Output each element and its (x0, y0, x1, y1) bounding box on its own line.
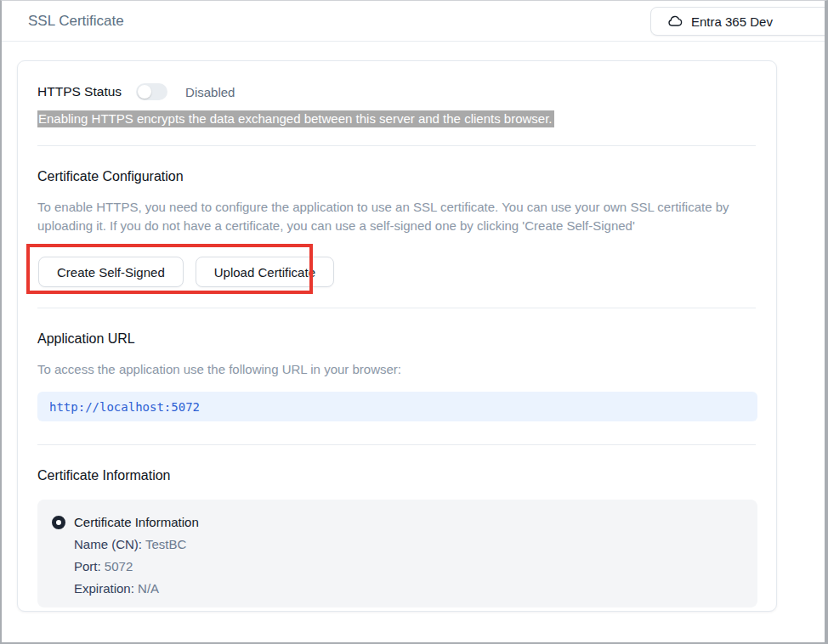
page-header: SSL Certificate Entra 365 Dev (2, 1, 825, 42)
certificate-fields: Name (CN): TestBC Port: 5072 Expiration:… (74, 537, 757, 596)
certificate-field-expiration-value: N/A (138, 581, 159, 596)
certificate-information-radio[interactable] (52, 516, 65, 529)
section-divider (37, 308, 756, 308)
certificate-field-name-value: TestBC (145, 537, 186, 551)
certificate-field-expiration-label: Expiration: (74, 581, 134, 596)
certificate-action-buttons: Create Self-Signed Upload Certificate (38, 257, 334, 287)
certificate-information-option-label: Certificate Information (74, 515, 199, 529)
certificate-information-card: Certificate Information Name (CN): TestB… (37, 500, 757, 607)
page-title: SSL Certificate (28, 13, 124, 30)
upload-certificate-button[interactable]: Upload Certificate (196, 257, 334, 287)
certificate-configuration-heading: Certificate Configuration (37, 169, 756, 184)
create-self-signed-button[interactable]: Create Self-Signed (38, 257, 184, 287)
https-status-row: HTTPS Status Disabled (37, 83, 756, 100)
application-url-value: http://localhost:5072 (37, 392, 757, 421)
https-status-state: Disabled (185, 85, 235, 99)
certificate-field-name: Name (CN): TestBC (74, 537, 757, 551)
certificate-information-heading: Certificate Information (37, 468, 756, 483)
ssl-settings-card: HTTPS Status Disabled Enabling HTTPS enc… (17, 60, 777, 612)
certificate-configuration-description: To enable HTTPS, you need to configure t… (37, 198, 756, 235)
certificate-field-name-label: Name (CN): (74, 537, 142, 551)
https-description-line: Enabling HTTPS encrypts the data exchang… (37, 111, 756, 127)
certificate-field-port-value: 5072 (105, 559, 133, 573)
https-status-label: HTTPS Status (37, 84, 122, 99)
application-url-text: http://localhost:5072 (49, 400, 200, 414)
environment-selector-button[interactable]: Entra 365 Dev (650, 7, 828, 36)
certificate-field-port-label: Port: (74, 559, 101, 573)
section-divider (37, 444, 756, 445)
environment-selector-label: Entra 365 Dev (691, 14, 773, 29)
certificate-information-option: Certificate Information (52, 515, 757, 529)
app-window: SSL Certificate Entra 365 Dev HTTPS Stat… (0, 0, 828, 644)
application-url-heading: Application URL (37, 331, 756, 347)
cloud-icon (667, 15, 683, 27)
https-description-highlighted-text: Enabling HTTPS encrypts the data exchang… (37, 110, 554, 127)
https-toggle[interactable] (136, 83, 167, 100)
section-divider (37, 145, 756, 146)
certificate-field-port: Port: 5072 (74, 559, 757, 573)
https-toggle-knob (138, 85, 151, 99)
application-url-description: To access the application use the follow… (37, 360, 756, 379)
certificate-field-expiration: Expiration: N/A (74, 581, 757, 596)
